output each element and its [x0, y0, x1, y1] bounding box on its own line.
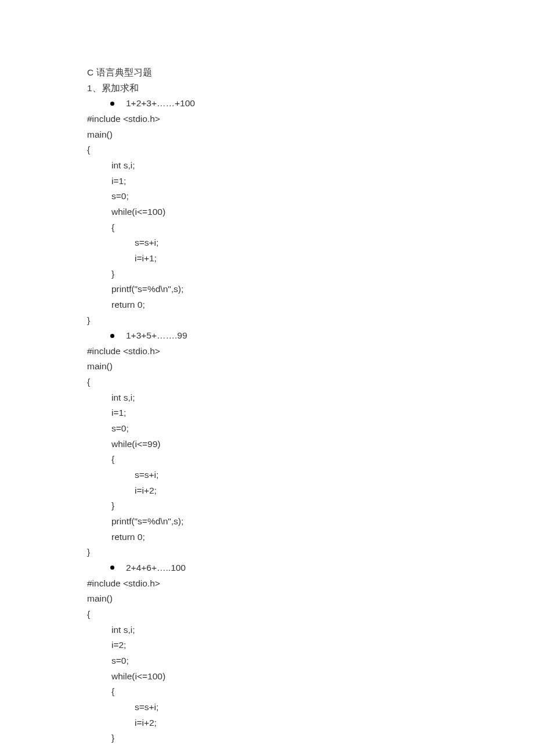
bullet-item: 1+2+3+……+100 [87, 96, 447, 111]
code-line: } [87, 730, 447, 746]
code-line: int s,i; [87, 390, 447, 406]
code-line: { [87, 142, 447, 158]
code-line: i=i+1; [87, 251, 447, 267]
code-line: i=1; [87, 174, 447, 189]
code-line: { [87, 452, 447, 467]
code-line: while(i<=100) [87, 669, 447, 685]
code-line: s=0; [87, 653, 447, 669]
bullet-item: 2+4+6+…..100 [87, 560, 447, 576]
section-heading: 1、累加求和 [87, 81, 447, 96]
code-line: #include <stdio.h> [87, 111, 447, 127]
code-line: { [87, 375, 447, 390]
code-line: while(i<=99) [87, 437, 447, 452]
code-line: int s,i; [87, 622, 447, 638]
doc-title: C 语言典型习题 [87, 65, 447, 81]
document-body: C 语言典型习题 1、累加求和 1+2+3+……+100 #include <s… [87, 65, 447, 746]
code-line: main() [87, 359, 447, 375]
code-line: i=i+2; [87, 715, 447, 731]
code-line: } [87, 498, 447, 514]
code-line: #include <stdio.h> [87, 576, 447, 592]
code-line: return 0; [87, 530, 447, 545]
code-line: int s,i; [87, 158, 447, 174]
code-line: s=0; [87, 189, 447, 204]
bullet-item: 1+3+5+…….99 [87, 328, 447, 344]
code-line: main() [87, 127, 447, 143]
code-line: return 0; [87, 297, 447, 313]
code-line: main() [87, 591, 447, 607]
code-line: #include <stdio.h> [87, 344, 447, 359]
code-line: s=s+i; [87, 235, 447, 251]
code-line: { [87, 220, 447, 236]
code-line: i=1; [87, 405, 447, 421]
code-line: } [87, 267, 447, 282]
bullet-icon [110, 102, 114, 106]
code-line: i=i+2; [87, 483, 447, 499]
code-line: s=0; [87, 421, 447, 437]
code-line: printf("s=%d\n",s); [87, 514, 447, 530]
code-line: s=s+i; [87, 700, 447, 715]
code-line: s=s+i; [87, 467, 447, 483]
code-line: { [87, 607, 447, 622]
code-line: { [87, 684, 447, 700]
code-line: printf("s=%d\n",s); [87, 282, 447, 297]
code-line: } [87, 313, 447, 329]
bullet-icon [110, 334, 114, 338]
code-line: } [87, 545, 447, 560]
bullet-icon [110, 566, 114, 570]
code-line: i=2; [87, 638, 447, 653]
code-line: while(i<=100) [87, 204, 447, 220]
